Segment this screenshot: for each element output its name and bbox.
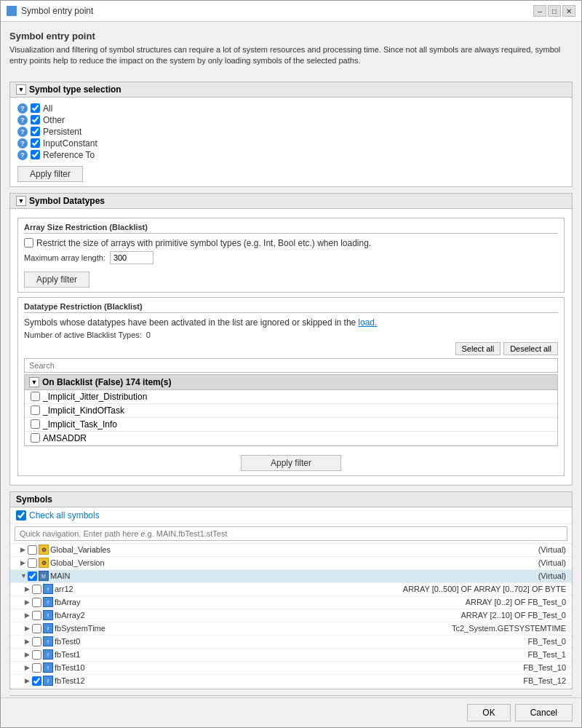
- check-all-label[interactable]: Check all symbols: [29, 510, 100, 521]
- tree-checkbox[interactable]: [32, 624, 41, 633]
- tree-checkbox[interactable]: [28, 558, 37, 568]
- tree-checkbox[interactable]: [32, 663, 41, 673]
- expand-icon[interactable]: ▶: [25, 664, 32, 671]
- tree-node-type: FB_Test_0: [527, 637, 569, 646]
- tree-node-icon: f: [43, 636, 53, 646]
- cancel-button[interactable]: Cancel: [515, 704, 573, 721]
- checkbox-referenceto[interactable]: [31, 150, 40, 159]
- tree-row[interactable]: ▶ f fbTest12 FB_Test_12: [10, 675, 572, 688]
- titlebar: Symbol entry point – □ ✕: [1, 1, 581, 22]
- tree-row[interactable]: ▶ f fbTest1 FB_Test_1: [10, 649, 572, 662]
- tree-row[interactable]: ▶ f fbArray2 ARRAY [2..10] OF FB_Test_0: [10, 609, 572, 622]
- blacklist-item-checkbox-3[interactable]: [31, 433, 40, 443]
- tree-checkbox[interactable]: [32, 676, 41, 686]
- checkbox-other[interactable]: [31, 115, 40, 124]
- select-all-button[interactable]: Select all: [455, 342, 501, 355]
- datatype-restriction-title: Datatype Restriction (Blacklist): [24, 302, 558, 313]
- blacklist-item-checkbox-1[interactable]: [31, 405, 40, 415]
- tree-checkbox[interactable]: [32, 650, 41, 660]
- tree-row[interactable]: ▶ ⚙ Global_Version (Virtual): [10, 557, 572, 570]
- blacklist-list: ▼ On Blacklist (False) 174 item(s) _Impl…: [24, 374, 558, 446]
- tree-node-name: fbSystemTime: [55, 624, 452, 633]
- tree-checkbox[interactable]: [28, 571, 37, 581]
- active-count-label: Number of active Blacklist Types:: [24, 331, 142, 339]
- tree-node-icon: f: [43, 662, 53, 673]
- tree-row[interactable]: ▶ f fbArray ARRAY [0..2] OF FB_Test_0: [10, 596, 572, 609]
- load-link[interactable]: load.: [358, 317, 377, 328]
- active-count-value: 0: [146, 331, 151, 339]
- symbols-header: Symbols: [10, 492, 572, 507]
- symbol-type-collapse[interactable]: ▼: [16, 84, 26, 95]
- tree-node-name: Global_Version: [50, 558, 538, 567]
- expand-icon[interactable]: ▶: [25, 638, 32, 645]
- blacklist-item-name-2: _Implicit_Task_Info: [43, 419, 117, 430]
- tree-checkbox[interactable]: [28, 545, 37, 555]
- ok-button[interactable]: OK: [467, 704, 510, 721]
- checkbox-all[interactable]: [31, 103, 40, 113]
- checkbox-row-referenceto: ? Reference To: [17, 150, 565, 160]
- label-other: Other: [43, 115, 65, 125]
- tree-node-name: fbTest12: [55, 676, 523, 685]
- deselect-all-button[interactable]: Deselect all: [503, 342, 558, 355]
- expand-icon[interactable]: ▶: [25, 625, 32, 632]
- maximize-button[interactable]: □: [548, 5, 561, 17]
- list-item[interactable]: AMSADDR: [25, 432, 557, 446]
- tree-row[interactable]: ▶ ⚙ Global_Variables (Virtual): [10, 544, 572, 557]
- checkbox-persistent[interactable]: [31, 127, 40, 136]
- expand-icon[interactable]: ▼: [20, 572, 28, 579]
- symbol-datatypes-title: Symbol Datatypes: [29, 196, 105, 206]
- tree-row[interactable]: ▶ f fbSystemTime Tc2_System.GETSYSTEMTIM…: [10, 622, 572, 636]
- blacklist-header: ▼ On Blacklist (False) 174 item(s): [25, 375, 557, 390]
- tree-checkbox[interactable]: [32, 585, 41, 594]
- nav-input[interactable]: [15, 526, 567, 541]
- tree-checkbox[interactable]: [32, 611, 41, 620]
- max-length-label: Maximum array length:: [24, 253, 105, 262]
- expand-icon[interactable]: ▶: [25, 598, 32, 606]
- tree-row[interactable]: ▶ f fbTest0 FB_Test_0: [10, 636, 572, 649]
- symbol-datatypes-collapse[interactable]: ▼: [16, 196, 26, 206]
- symbol-type-panel: ▼ Symbol type selection ? All ? Other ?: [9, 82, 573, 187]
- expand-icon[interactable]: ▶: [25, 585, 32, 593]
- tree-node-icon: ⚙: [39, 545, 49, 555]
- blacklist-collapse[interactable]: ▼: [29, 377, 39, 387]
- max-length-input[interactable]: [110, 251, 154, 264]
- expand-icon[interactable]: ▶: [25, 651, 32, 658]
- minimize-button[interactable]: –: [533, 5, 546, 17]
- tree-node-icon: M: [39, 571, 49, 581]
- check-all-checkbox[interactable]: [16, 510, 26, 521]
- list-item[interactable]: _Implicit_KindOfTask: [25, 404, 557, 418]
- expand-icon[interactable]: ▶: [20, 546, 28, 553]
- nav-row: [10, 524, 572, 543]
- expand-icon[interactable]: ▶: [20, 559, 28, 566]
- symbol-datatypes-panel: ▼ Symbol Datatypes Array Size Restrictio…: [9, 193, 573, 486]
- tree-node-name: fbArray2: [55, 611, 461, 620]
- tree-row[interactable]: ▶ f arr12 ARRAY [0..500] OF ARRAY [0..70…: [10, 583, 572, 596]
- close-button[interactable]: ✕: [562, 5, 575, 17]
- restrict-checkbox[interactable]: [24, 238, 33, 248]
- info-icon-inputconstant: ?: [17, 138, 28, 149]
- apply-filter-array-size[interactable]: Apply filter: [24, 272, 89, 288]
- list-item[interactable]: _Implicit_Task_Info: [25, 418, 557, 432]
- apply-filter-datatype[interactable]: Apply filter: [241, 455, 341, 471]
- tree-checkbox[interactable]: [32, 598, 41, 607]
- tree-row[interactable]: ▼ M MAIN (Virtual): [10, 570, 572, 583]
- tree-row[interactable]: ▶ f fbTest2 FB_Test_2: [10, 688, 572, 689]
- symbols-panel: Symbols Check all symbols ▶ ⚙ Global_Var…: [9, 491, 573, 689]
- blacklist-search[interactable]: [24, 358, 558, 373]
- expand-icon[interactable]: ▶: [25, 677, 32, 684]
- window-title: Symbol entry point: [21, 6, 93, 16]
- label-referenceto: Reference To: [43, 150, 95, 160]
- blacklist-item-checkbox-0[interactable]: [31, 392, 40, 401]
- list-item[interactable]: _Implicit_Jitter_Distribution: [25, 390, 557, 404]
- tree-checkbox[interactable]: [32, 637, 41, 646]
- label-persistent: Persistent: [43, 127, 81, 137]
- symbol-datatypes-body: Array Size Restriction (Blacklist) Restr…: [10, 209, 572, 485]
- tree-row[interactable]: ▶ f fbTest10 FB_Test_10: [10, 662, 572, 675]
- checkbox-row-persistent: ? Persistent: [17, 127, 565, 137]
- tree-node-type: (Virtual): [538, 558, 569, 567]
- apply-filter-symbol-type[interactable]: Apply filter: [17, 166, 83, 182]
- expand-icon[interactable]: ▶: [25, 612, 32, 619]
- active-count-row: Number of active Blacklist Types: 0: [24, 331, 558, 339]
- checkbox-inputconstant[interactable]: [31, 138, 40, 148]
- blacklist-item-checkbox-2[interactable]: [31, 419, 40, 429]
